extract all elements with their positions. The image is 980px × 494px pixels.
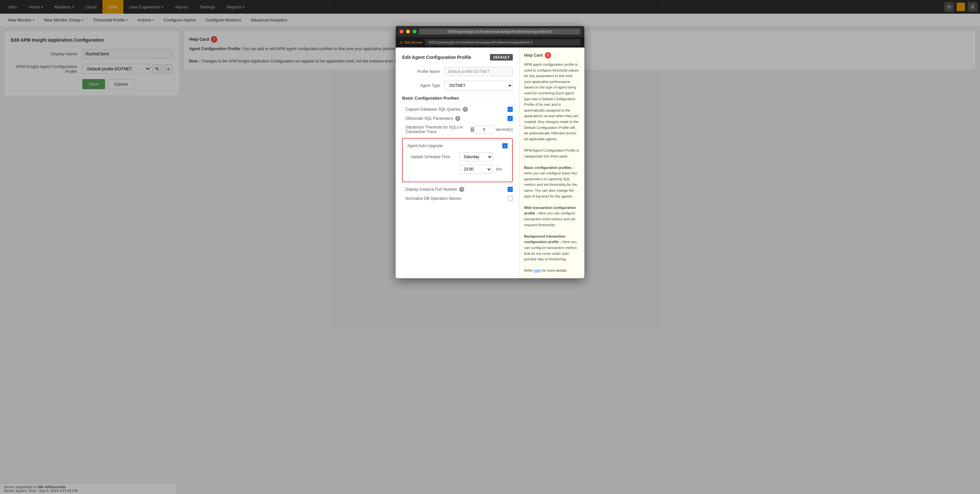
modal-title-bar: Edit Agent Configuration Profile DEFAULT [402, 54, 513, 61]
capture-db-help-icon[interactable]: ? [463, 107, 468, 112]
traffic-light-green[interactable] [412, 30, 417, 33]
update-schedule-row: Update Schedule Time Sunday Monday Tuesd… [407, 152, 508, 161]
modal-help-title-text: Help Card [524, 53, 543, 58]
auto-upgrade-checkbox[interactable] [502, 143, 508, 148]
schedule-selects: Sunday Monday Tuesday Wednesday Thursday… [460, 152, 493, 161]
obfuscate-sql-help-icon[interactable]: ? [455, 116, 460, 121]
capture-db-checkbox[interactable] [508, 107, 513, 112]
modal-help-refer: Refer help for more details. [524, 268, 580, 274]
modal-help-web: Web transaction configuration profile : … [524, 205, 580, 228]
schedule-time-row: 00:0001:0002:00 03:0004:0005:00 06:0007:… [407, 165, 508, 174]
not-secure-badge: ⚠ Not Secure [399, 40, 422, 45]
modal-help-main-text: APM agent configuration profile is used … [524, 62, 580, 142]
modal-help-basic: Basic configuration profiles : Here you … [524, 165, 580, 199]
display-instance-row: Display Instance Port Number ? [402, 187, 513, 192]
profile-name-label: Profile Name [402, 69, 444, 74]
modal-help-categories: APM Agent Configuration Profile is categ… [524, 148, 580, 159]
normalize-db-checkbox[interactable] [508, 196, 513, 201]
modal-help-body: APM agent configuration profile is used … [524, 62, 580, 274]
modal-main-content: Edit Agent Configuration Profile DEFAULT… [396, 48, 519, 278]
modal-overlay: :9092/apminsight.do?method=showAgentProf… [0, 0, 980, 494]
hrs-unit-label: Hrs [496, 167, 502, 172]
default-badge: DEFAULT [490, 54, 513, 61]
capture-db-row: Capture Database SQL Queries ? [402, 107, 513, 112]
basic-text: Here you can configure basic key paramet… [524, 171, 577, 198]
display-instance-checkbox[interactable] [508, 187, 513, 192]
traffic-light-red[interactable] [399, 30, 404, 33]
modal-titlebar: :9092/apminsight.do?method=showAgentProf… [396, 26, 584, 37]
warning-icon: ⚠ [399, 40, 403, 45]
agent-type-select[interactable]: DOTNET [444, 81, 513, 91]
stacktrace-row: Stacktrace Threshold for SQLs in Transac… [402, 125, 513, 134]
modal-help-icon: ? [545, 52, 551, 59]
schedule-time-selects: 00:0001:0002:00 03:0004:0005:00 06:0007:… [460, 165, 502, 174]
obfuscate-sql-row: Obfuscate SQL Parameters ? [402, 116, 513, 121]
schedule-time-select[interactable]: 00:0001:0002:00 03:0004:0005:00 06:0007:… [460, 165, 492, 174]
agent-type-label: Agent Type [402, 83, 444, 88]
stacktrace-input[interactable] [474, 126, 493, 134]
not-secure-text: Not Secure [404, 40, 422, 44]
auto-upgrade-section: Agent Auto-Upgrade Update Schedule Time … [402, 138, 513, 182]
bg-title: Background transaction configuration pro… [524, 234, 565, 244]
schedule-day-select[interactable]: Sunday Monday Tuesday Wednesday Thursday… [460, 152, 493, 161]
capture-db-label: Capture Database SQL Queries ? [406, 107, 508, 112]
profile-name-input[interactable] [444, 67, 513, 76]
stacktrace-label: Stacktrace Threshold for SQLs in Transac… [406, 125, 474, 134]
obfuscate-sql-label: Obfuscate SQL Parameters ? [406, 116, 508, 121]
traffic-light-yellow[interactable] [406, 30, 410, 33]
auto-upgrade-label: Agent Auto-Upgrade [407, 143, 502, 148]
agent-profile-modal: :9092/apminsight.do?method=showAgentProf… [396, 26, 584, 278]
normalize-db-row: Normalize DB Operation Names [402, 196, 513, 201]
normalize-db-label: Normalize DB Operation Names [406, 196, 508, 201]
stacktrace-unit: second(s) [496, 127, 513, 132]
display-instance-label: Display Instance Port Number ? [406, 187, 508, 192]
basic-title: Basic configuration profiles : [524, 166, 574, 169]
display-instance-help-icon[interactable]: ? [459, 187, 464, 192]
modal-title-url: :9092/apminsight.do?method=showAgentProf… [419, 29, 581, 35]
help-link[interactable]: help [534, 268, 541, 272]
modal-address-bar: ⚠ Not Secure :9092/apminsight.do?method=… [396, 37, 584, 48]
obfuscate-sql-checkbox[interactable] [508, 116, 513, 121]
modal-title-text: Edit Agent Configuration Profile [402, 55, 471, 60]
update-schedule-label: Update Schedule Time [407, 155, 460, 159]
modal-help-bg: Background transaction configuration pro… [524, 234, 580, 262]
modal-body: Edit Agent Configuration Profile DEFAULT… [396, 48, 584, 278]
modal-help-card: Help Card ? APM agent configuration prof… [519, 48, 584, 278]
stacktrace-help-icon[interactable]: ? [471, 127, 474, 132]
modal-address-url: :9092/apminsight.do?method=showAgentProf… [425, 39, 581, 46]
auto-upgrade-row: Agent Auto-Upgrade [407, 143, 508, 148]
modal-help-title-row: Help Card ? [524, 52, 580, 59]
profile-name-row: Profile Name [402, 67, 513, 76]
basic-config-section-title: Basic Configuration Profiles [402, 96, 513, 103]
agent-type-row: Agent Type DOTNET [402, 81, 513, 91]
